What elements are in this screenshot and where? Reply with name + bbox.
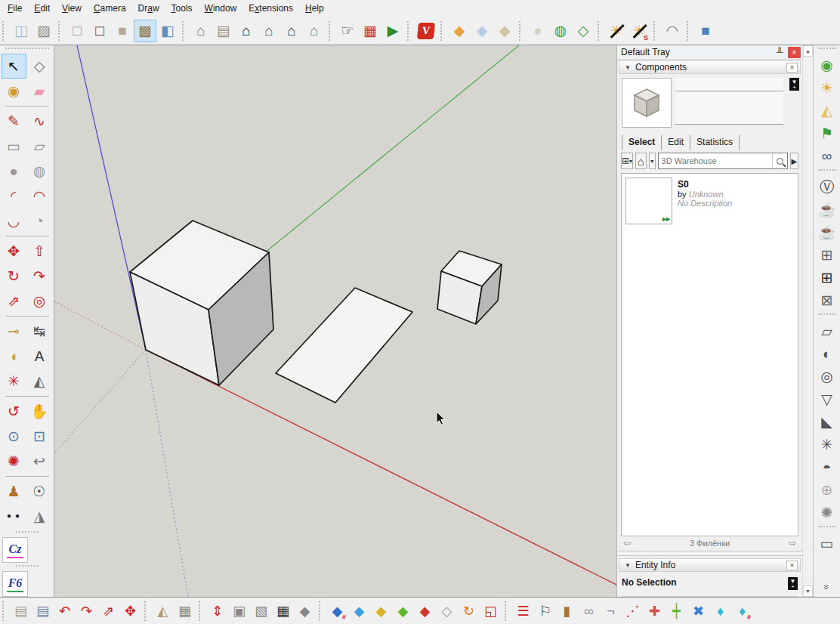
green-splitter-button[interactable]: ┿	[666, 600, 687, 622]
paint-sheet-blue-button[interactable]: ▤	[32, 600, 54, 622]
push-pull-button[interactable]: ⇧	[27, 239, 52, 264]
blue-x-button[interactable]: ✖	[687, 600, 709, 622]
scroll-up-button[interactable]: ▲	[803, 45, 813, 57]
tray-scrollbar[interactable]: ▲ ▼	[802, 45, 813, 597]
three-point-arc-button[interactable]: ◡	[2, 209, 26, 233]
toolbar-grip[interactable]	[653, 21, 658, 41]
dimension-tool-button[interactable]: ↹	[27, 319, 52, 344]
from-scratch-button[interactable]: ▦	[174, 600, 196, 622]
toolbar-grip[interactable]	[440, 21, 445, 41]
follow-me-button[interactable]: ↷	[27, 264, 52, 289]
view-back-button[interactable]: ⌂	[280, 20, 303, 42]
binoculars-button[interactable]: ∞	[816, 144, 838, 167]
render-interactive-button[interactable]: ☕	[816, 221, 838, 243]
blue-hash-tile-button[interactable]: ◆#	[326, 600, 348, 622]
toolbar-grip[interactable]	[818, 314, 836, 318]
menu-edit[interactable]: Edit	[28, 0, 56, 17]
entity-info-header[interactable]: ▼ Entity Info ×	[619, 558, 801, 572]
component-export-button[interactable]: ▶	[381, 20, 404, 42]
rotate-tool-button[interactable]: ↻	[2, 264, 26, 289]
position-camera-button[interactable]: ♟	[2, 479, 26, 504]
make-component-button[interactable]: ◇	[27, 54, 52, 79]
sketchy-edges-button[interactable]: ◭	[816, 99, 838, 122]
view-iso-button[interactable]: ⌂	[190, 20, 212, 42]
menu-view[interactable]: View	[56, 0, 88, 17]
move-tool-button[interactable]: ✥	[2, 239, 26, 264]
toolbar-grip[interactable]	[818, 169, 836, 174]
sun-globe-button[interactable]: ⊕	[816, 478, 838, 501]
eraser-tool-button[interactable]: ▰	[27, 79, 52, 103]
toolbar-grip[interactable]	[16, 531, 39, 536]
view-left-button[interactable]: ⌂	[303, 20, 326, 42]
orbit-tool-button[interactable]: ↺	[2, 399, 26, 424]
select-tool-button[interactable]: ↖	[2, 54, 26, 79]
look-around-button[interactable]: ☉	[27, 479, 52, 504]
round-corner-button[interactable]: ◆	[448, 20, 471, 42]
text-tool-button[interactable]: A	[27, 344, 52, 369]
from-contours-button[interactable]: ◭	[152, 600, 174, 622]
pointer-tool-button[interactable]: ☞	[336, 20, 359, 42]
polyline-dots-button[interactable]: ⋰	[622, 600, 644, 622]
nav-back-icon[interactable]: ⇦	[623, 538, 631, 548]
sphere-light-button[interactable]: ◐	[816, 342, 838, 365]
two-point-arc-button[interactable]: ◠	[27, 184, 52, 209]
protractor-tool-button[interactable]: ◖	[2, 344, 26, 369]
toolbar-grip[interactable]	[329, 21, 333, 41]
tab-edit[interactable]: Edit	[662, 135, 690, 150]
water-drop-button[interactable]: ♦	[709, 600, 731, 622]
omni-light-button[interactable]: ✳	[816, 433, 838, 456]
nav-forward-icon[interactable]: ⇨	[789, 538, 796, 548]
red-cross-button[interactable]: ✚	[644, 600, 666, 622]
viewport-canvas[interactable]	[54, 45, 616, 597]
toolbar-grip[interactable]	[505, 601, 509, 621]
rotate-texture-ccw-button[interactable]: ↶	[54, 600, 76, 622]
menu-window[interactable]: Window	[199, 0, 243, 17]
view-front-button[interactable]: ⌂	[235, 20, 258, 42]
green-tile-button[interactable]: ◆	[392, 600, 414, 622]
axes-tool-button[interactable]: ✳	[2, 369, 26, 394]
rotated-rectangle-button[interactable]: ▱	[27, 134, 52, 159]
blue-box-button[interactable]: ■	[694, 20, 717, 42]
bent-pipe-button[interactable]: ¬	[600, 600, 622, 622]
toolbar-grip[interactable]	[5, 48, 49, 52]
menu-camera[interactable]: Camera	[88, 0, 132, 17]
dome-light-button[interactable]: ◓	[816, 456, 838, 478]
toolbar-grip[interactable]	[58, 21, 63, 41]
blue-tile-button[interactable]: ◆	[348, 600, 370, 622]
style-wireframe-button[interactable]: □	[66, 20, 88, 42]
rock-tool-button[interactable]: ●	[527, 20, 549, 42]
curve-smooth-button[interactable]: ◠	[661, 20, 684, 42]
bevel-corner-button[interactable]: ◆	[493, 20, 516, 42]
add-detail-button[interactable]: ▦	[272, 600, 294, 622]
entity-details-button[interactable]: ▼ +	[788, 577, 798, 590]
style-monochrome-button[interactable]: ◧	[156, 20, 179, 42]
flag-tool-button[interactable]: ⚑	[816, 122, 838, 144]
spot-light-button[interactable]: ▽	[816, 388, 838, 410]
component-name-field[interactable]	[675, 78, 783, 91]
pie-tool-button[interactable]: ◔	[27, 209, 52, 233]
zoom-previous-button[interactable]: ↩	[27, 449, 52, 474]
flip-edge-button[interactable]: ◆	[294, 600, 316, 622]
paint-bucket-button[interactable]: ◉	[2, 79, 26, 103]
walk-tool-button[interactable]: ● ●	[2, 504, 26, 529]
sphere-rays-button[interactable]: ✺	[816, 501, 838, 524]
toolbar-grip[interactable]	[818, 48, 836, 52]
scroll-down-button[interactable]: ▼	[803, 585, 813, 597]
section-plane-button[interactable]: ◭	[27, 369, 52, 394]
home-button[interactable]: ⌂	[635, 153, 647, 169]
paint-sheet-button[interactable]: ▤	[10, 600, 32, 622]
stamp-button[interactable]: ▣	[228, 600, 250, 622]
tape-measure-button[interactable]: ⊸	[2, 319, 26, 344]
vray-logo-button[interactable]: V	[415, 20, 437, 42]
style-back-edges-button[interactable]: ▨	[32, 20, 55, 42]
menu-draw[interactable]: Draw	[132, 0, 165, 17]
toolbar-grip[interactable]	[199, 601, 203, 621]
mesh-light-button[interactable]: ◎	[816, 365, 838, 388]
rect-light-button[interactable]: ▱	[816, 320, 838, 342]
collapse-toolbar-button[interactable]: »	[820, 577, 834, 597]
line-tool-button[interactable]: ✎	[2, 109, 26, 134]
menu-file[interactable]: File	[2, 0, 28, 17]
slashed-star-s-button[interactable]: ☀S	[628, 20, 650, 42]
toolbar-grip[interactable]	[182, 21, 187, 41]
style-textured-button[interactable]: ▩	[134, 20, 156, 42]
